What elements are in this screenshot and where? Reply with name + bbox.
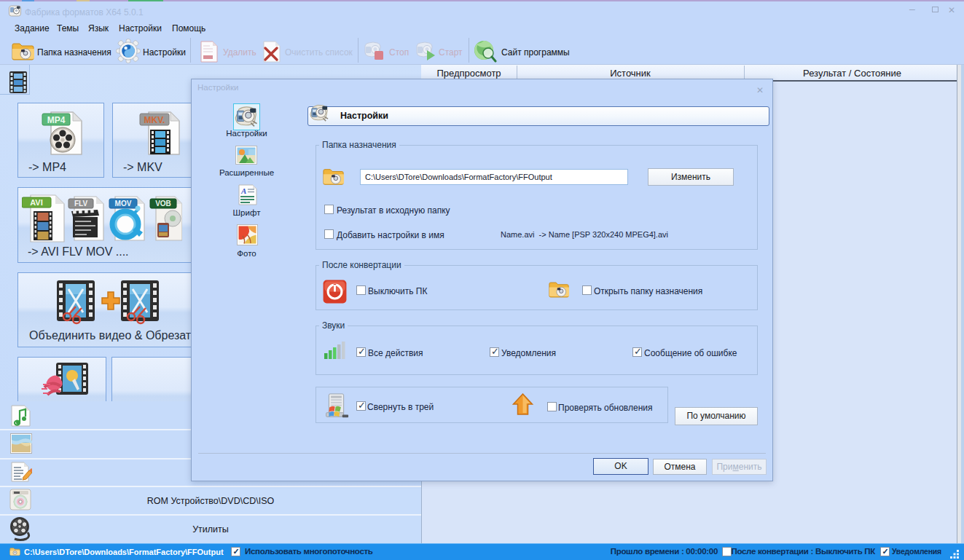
svg-text:MKV.: MKV. — [144, 115, 165, 125]
svg-text:VOB: VOB — [155, 200, 171, 208]
svg-text:AVI: AVI — [30, 198, 43, 207]
svg-text:MP4: MP4 — [47, 115, 66, 125]
svg-text:FLV: FLV — [74, 200, 87, 208]
svg-text:MOV: MOV — [115, 200, 132, 208]
svg-text:A: A — [240, 186, 246, 195]
